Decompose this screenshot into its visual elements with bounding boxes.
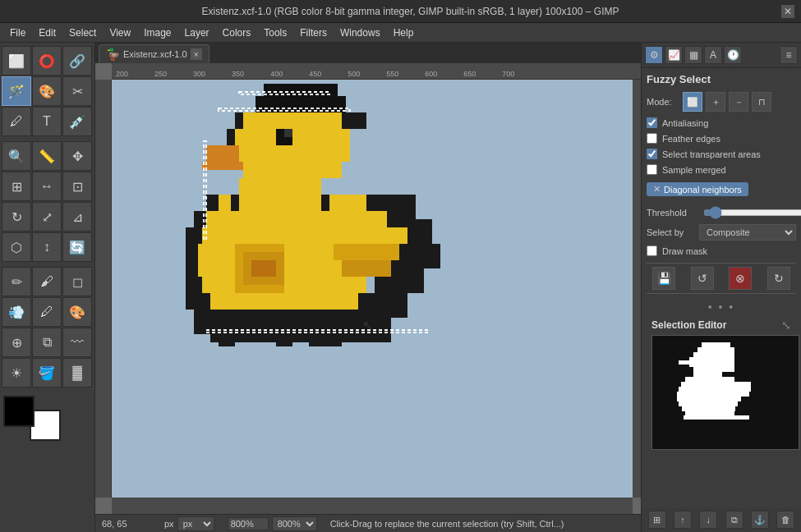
tool-rect-select[interactable]: ⬜ (2, 46, 31, 76)
tool-wrap[interactable]: 🔄 (62, 232, 92, 262)
menu-select[interactable]: Select (62, 25, 103, 40)
canvas-tab[interactable]: 🦆 Existenz.xcf-1.0 × (99, 44, 209, 63)
tool-measure[interactable]: 📏 (32, 141, 62, 171)
new-layer-icon[interactable]: ⊞ (648, 511, 666, 529)
tool-zoom[interactable]: 🔍 (2, 141, 31, 171)
menu-edit[interactable]: Edit (32, 25, 62, 40)
canvas-drawing-area[interactable]: ↖ (112, 80, 633, 498)
selection-editor-expand-icon[interactable]: ⤡ (781, 319, 791, 332)
duplicate-layer-icon[interactable]: ⧉ (725, 511, 743, 529)
reset-btn[interactable]: ↻ (767, 267, 790, 290)
tab-close-button[interactable]: × (191, 48, 202, 60)
diagonal-badge-remove[interactable]: ✕ (653, 184, 661, 195)
tool-color-picker[interactable]: 💉 (62, 107, 92, 136)
tool-paint[interactable]: ✏ (2, 267, 31, 296)
mode-intersect-btn[interactable]: ⊓ (752, 92, 771, 112)
select-by-label: Select by (647, 227, 696, 237)
paint-dynamics-icon[interactable]: 📈 (665, 46, 683, 64)
tab-label: Existenz.xcf-1.0 (123, 49, 187, 59)
tool-clone[interactable]: ⧉ (32, 328, 62, 357)
delete-preset-btn[interactable]: ⊗ (729, 267, 752, 290)
tool-dodge[interactable]: ☀ (2, 358, 31, 388)
tool-brush[interactable]: 🖌 (32, 267, 62, 296)
tool-heal[interactable]: ⊕ (2, 328, 31, 357)
menu-help[interactable]: Help (387, 25, 421, 40)
tool-paths[interactable]: 🖊 (2, 107, 31, 136)
right-panel: ⚙ 📈 ▦ A 🕐 ≡ Fuzzy Select Mode: ⬜ ＋ － ⊓ A… (641, 43, 801, 532)
unit-dropdown[interactable]: px mm in (177, 516, 214, 531)
menu-file[interactable]: File (3, 25, 32, 40)
tool-mypaint[interactable]: 🎨 (62, 297, 92, 327)
restore-defaults-btn[interactable]: ↺ (691, 267, 714, 290)
zoom-display[interactable]: 800% 400% 200% 100% (228, 516, 317, 531)
tool-transform[interactable]: ↔ (32, 172, 62, 201)
svg-rect-55 (689, 357, 734, 362)
tool-blend[interactable]: ▓ (62, 358, 92, 388)
lower-layer-icon[interactable]: ↓ (699, 511, 717, 529)
tool-free-select[interactable]: 🔗 (62, 46, 92, 76)
panel-menu-icon[interactable]: ≡ (780, 46, 798, 64)
diagonal-neighbors-label: Diagonal neighbors (664, 185, 742, 195)
tool-fuzzy-select[interactable]: 🪄 (2, 76, 31, 106)
tool-by-color[interactable]: 🎨 (32, 76, 62, 106)
anchor-layer-icon[interactable]: ⚓ (751, 511, 769, 529)
tool-rotate[interactable]: ↻ (2, 202, 31, 232)
tool-align[interactable]: ⊞ (2, 172, 31, 201)
sample-merged-checkbox[interactable] (647, 164, 657, 175)
svg-rect-7 (235, 145, 350, 162)
mode-replace-btn[interactable]: ⬜ (683, 92, 702, 112)
menu-tools[interactable]: Tools (257, 25, 293, 40)
tool-scissors[interactable]: ✂ (62, 76, 92, 106)
antialiasing-label: Antialiasing (662, 118, 708, 128)
menu-windows[interactable]: Windows (334, 25, 387, 40)
scrollbar-bottom[interactable] (112, 498, 633, 514)
tool-ellipse-select[interactable]: ⭕ (32, 46, 62, 76)
document-history-icon[interactable]: 🕐 (724, 46, 742, 64)
tool-ink[interactable]: 🖊 (32, 297, 62, 327)
feather-edges-checkbox[interactable] (647, 133, 657, 144)
close-button[interactable]: ✕ (781, 5, 794, 18)
unit-display[interactable]: px px mm in (164, 516, 214, 531)
fonts-icon[interactable]: A (704, 46, 722, 64)
select-transparent-checkbox[interactable] (647, 149, 657, 159)
tool-text[interactable]: T (32, 107, 62, 136)
save-tool-preset-btn[interactable]: 💾 (652, 267, 675, 290)
draw-mask-checkbox[interactable] (647, 245, 657, 256)
menu-filters[interactable]: Filters (293, 25, 334, 40)
mode-subtract-btn[interactable]: － (729, 92, 748, 112)
delete-layer-icon[interactable]: 🗑 (776, 511, 794, 529)
tool-crop[interactable]: ⊡ (62, 172, 92, 201)
foreground-color[interactable] (3, 396, 35, 427)
tool-airbrush[interactable]: 💨 (2, 297, 31, 327)
menu-image[interactable]: Image (137, 25, 177, 40)
menu-layer[interactable]: Layer (178, 25, 216, 40)
tool-options-icon[interactable]: ⚙ (645, 46, 663, 64)
svg-rect-60 (685, 377, 734, 382)
tool-erase[interactable]: ◻ (62, 267, 92, 296)
svg-rect-71 (734, 392, 749, 397)
feather-edges-row: Feather edges (647, 132, 796, 144)
tool-flip[interactable]: ↕ (32, 232, 62, 262)
zoom-dropdown[interactable]: 800% 400% 200% 100% (272, 516, 317, 531)
svg-rect-39 (239, 195, 321, 211)
menu-view[interactable]: View (103, 25, 137, 40)
tool-move[interactable]: ✥ (62, 141, 92, 171)
tool-perspective[interactable]: ⬡ (2, 232, 31, 262)
svg-rect-70 (733, 387, 751, 392)
svg-rect-66 (682, 406, 735, 411)
select-by-dropdown[interactable]: Composite Red Green Blue Alpha (699, 224, 796, 241)
svg-rect-9 (206, 145, 239, 162)
tool-smudge[interactable]: 〰 (62, 328, 92, 357)
threshold-slider[interactable] (703, 206, 801, 219)
tool-shear[interactable]: ⊿ (62, 202, 92, 232)
raise-layer-icon[interactable]: ↑ (674, 511, 692, 529)
zoom-input[interactable] (228, 517, 269, 530)
scrollbar-right[interactable] (633, 80, 641, 498)
ruler-tick: 500 (348, 70, 360, 78)
patterns-icon[interactable]: ▦ (684, 46, 702, 64)
antialiasing-checkbox[interactable] (647, 117, 657, 128)
tool-scale[interactable]: ⤢ (32, 202, 62, 232)
mode-add-btn[interactable]: ＋ (706, 92, 725, 112)
tool-bucket[interactable]: 🪣 (32, 358, 62, 388)
menu-colors[interactable]: Colors (216, 25, 258, 40)
